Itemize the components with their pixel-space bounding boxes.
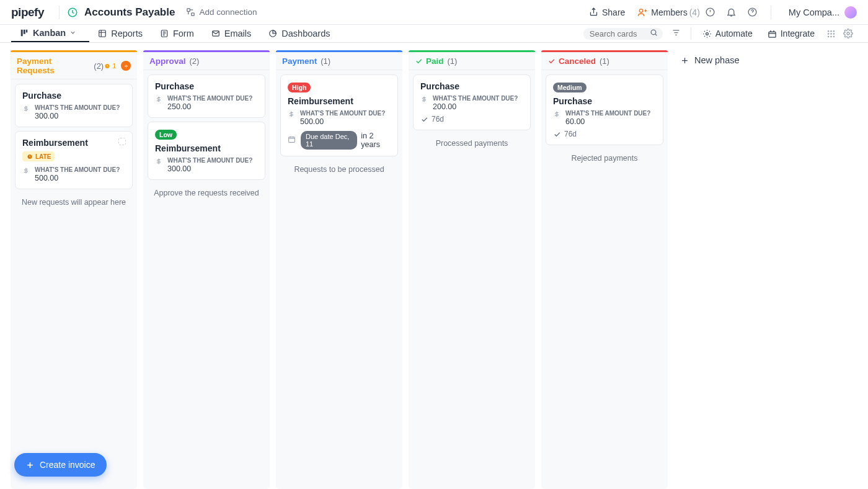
- card[interactable]: PurchaseWHAT'S THE AMOUNT DUE?200.0076d: [413, 74, 531, 130]
- svg-rect-27: [289, 137, 295, 143]
- tab-kanban-label: Kanban: [33, 28, 66, 38]
- phase-header[interactable]: Payment(1): [276, 52, 402, 70]
- field-value: 500.00: [300, 117, 385, 126]
- phase-column: Canceled(1)MediumPurchaseWHAT'S THE AMOU…: [541, 50, 668, 489]
- dollar-icon: [553, 110, 562, 118]
- add-connection-button[interactable]: Add connection: [186, 7, 257, 17]
- dollar-icon: [22, 166, 31, 174]
- phase-body: PurchaseWHAT'S THE AMOUNT DUE?250.00LowR…: [143, 70, 270, 489]
- field-label: WHAT'S THE AMOUNT DUE?: [167, 95, 252, 102]
- phase-body: MediumPurchaseWHAT'S THE AMOUNT DUE?60.0…: [541, 70, 668, 489]
- amount-field: WHAT'S THE AMOUNT DUE?500.00: [22, 166, 125, 182]
- svg-rect-1: [187, 9, 190, 11]
- svg-point-22: [830, 35, 832, 37]
- calendar-icon: [288, 135, 296, 146]
- field-value: 300.00: [167, 164, 252, 173]
- phase-count: (1): [448, 56, 458, 66]
- phase-header[interactable]: Canceled(1): [541, 52, 668, 70]
- card[interactable]: MediumPurchaseWHAT'S THE AMOUNT DUE?60.0…: [546, 74, 663, 145]
- card[interactable]: ReimbursementLATEWHAT'S THE AMOUNT DUE?5…: [15, 131, 133, 189]
- phase-title: Payment Requests: [17, 56, 90, 75]
- assignee-slot[interactable]: [118, 138, 126, 145]
- svg-rect-9: [99, 30, 106, 37]
- tab-emails-label: Emails: [224, 29, 252, 38]
- amount-field: WHAT'S THE AMOUNT DUE?300.00: [22, 104, 125, 120]
- phase-column: Payment(1)HighReimbursementWHAT'S THE AM…: [276, 50, 402, 489]
- card-title: Purchase: [553, 96, 656, 106]
- field-label: WHAT'S THE AMOUNT DUE?: [35, 166, 120, 173]
- automate-button[interactable]: Automate: [702, 29, 753, 38]
- members-button[interactable]: Members (4): [637, 7, 699, 17]
- apps-icon[interactable]: [822, 29, 839, 38]
- svg-point-19: [830, 33, 832, 35]
- card[interactable]: PurchaseWHAT'S THE AMOUNT DUE?300.00: [15, 84, 133, 127]
- svg-point-18: [827, 33, 829, 35]
- phase-title: Paid: [426, 56, 444, 66]
- brand-logo[interactable]: pipefy: [11, 6, 44, 19]
- amount-field: WHAT'S THE AMOUNT DUE?500.00: [288, 110, 391, 126]
- phase-column: Payment Requests(2)1PurchaseWHAT'S THE A…: [11, 50, 137, 489]
- divider: [771, 6, 771, 19]
- card[interactable]: PurchaseWHAT'S THE AMOUNT DUE?250.00: [148, 74, 265, 118]
- share-label: Share: [602, 7, 625, 17]
- card[interactable]: HighReimbursementWHAT'S THE AMOUNT DUE?5…: [280, 74, 398, 156]
- phase-title: Canceled: [559, 56, 596, 66]
- company-name[interactable]: My Compa...: [789, 7, 839, 17]
- members-count: (4): [689, 7, 700, 17]
- card-title: Purchase: [420, 81, 523, 91]
- create-invoice-button[interactable]: Create invoice: [14, 453, 107, 477]
- field-value: 300.00: [35, 112, 120, 120]
- divider: [59, 6, 60, 19]
- search-icon: [650, 28, 658, 39]
- tab-emails[interactable]: Emails: [203, 25, 260, 42]
- svg-point-14: [706, 32, 708, 35]
- svg-rect-7: [24, 30, 25, 34]
- svg-point-23: [833, 35, 835, 37]
- tab-dashboards[interactable]: Dashboards: [260, 25, 339, 42]
- due-extra: in 2 years: [361, 132, 391, 149]
- svg-point-16: [830, 30, 832, 32]
- field-label: WHAT'S THE AMOUNT DUE?: [433, 95, 518, 102]
- phase-count: (1): [600, 56, 609, 66]
- whats-new-icon[interactable]: [700, 2, 721, 23]
- field-value: 500.00: [35, 174, 120, 182]
- filter-button[interactable]: [671, 28, 681, 40]
- automate-label: Automate: [715, 29, 753, 38]
- svg-point-15: [827, 30, 829, 32]
- integrate-button[interactable]: Integrate: [768, 29, 815, 38]
- priority-badge: Medium: [553, 83, 587, 92]
- settings-icon[interactable]: [839, 29, 857, 38]
- phase-footer: New requests will appear here: [15, 193, 133, 212]
- integrate-label: Integrate: [781, 29, 815, 38]
- card[interactable]: LowReimbursementWHAT'S THE AMOUNT DUE?30…: [148, 122, 265, 180]
- share-button[interactable]: Share: [589, 7, 625, 17]
- amount-field: WHAT'S THE AMOUNT DUE?60.00: [553, 110, 656, 126]
- phase-header[interactable]: Paid(1): [409, 52, 535, 70]
- phase-footer: Processed payments: [413, 134, 531, 153]
- divider: [691, 27, 691, 40]
- tab-reports[interactable]: Reports: [89, 25, 151, 42]
- phase-header[interactable]: Approval(2): [143, 52, 270, 70]
- svg-point-20: [833, 33, 835, 35]
- tab-kanban[interactable]: Kanban: [11, 25, 89, 42]
- notifications-icon[interactable]: [721, 2, 742, 23]
- late-indicator[interactable]: 1: [104, 62, 116, 70]
- pipe-title: Accounts Payable: [84, 6, 175, 19]
- done-row: 76d: [553, 130, 656, 138]
- svg-rect-6: [21, 30, 23, 37]
- search-box[interactable]: [583, 28, 663, 40]
- svg-rect-8: [26, 30, 27, 33]
- add-card-button[interactable]: [121, 61, 131, 71]
- help-icon[interactable]: [742, 2, 763, 23]
- phase-header[interactable]: Payment Requests(2)1: [11, 52, 137, 79]
- field-label: WHAT'S THE AMOUNT DUE?: [167, 157, 252, 164]
- priority-badge: High: [288, 83, 311, 92]
- new-phase-button[interactable]: New phase: [674, 50, 746, 70]
- phase-title: Approval: [149, 56, 186, 66]
- phase-count: (2): [190, 56, 200, 66]
- user-avatar[interactable]: [844, 6, 857, 19]
- phase-column: Paid(1)PurchaseWHAT'S THE AMOUNT DUE?200…: [409, 50, 535, 489]
- tab-form[interactable]: Form: [151, 25, 203, 42]
- main-header: pipefy Accounts Payable Add connection S…: [0, 0, 868, 25]
- field-label: WHAT'S THE AMOUNT DUE?: [35, 104, 120, 111]
